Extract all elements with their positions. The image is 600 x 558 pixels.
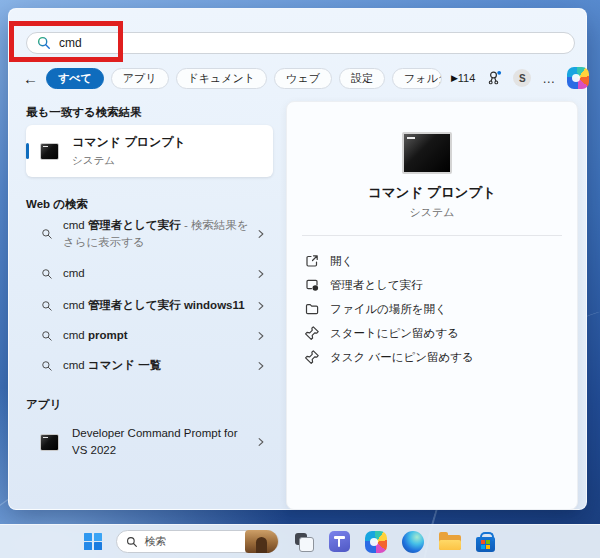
suggestion-text: cmd prompt	[63, 327, 255, 344]
suggestion-bold: 管理者として実行	[88, 219, 181, 231]
open-icon	[304, 253, 320, 269]
tabs-right-cluster: 114 S …	[458, 67, 590, 89]
user-avatar[interactable]: S	[513, 69, 531, 87]
search-highlight-image[interactable]	[245, 530, 278, 553]
start-button[interactable]	[84, 533, 102, 551]
copilot-icon[interactable]	[365, 531, 387, 553]
best-match-title: コマンド プロンプト	[72, 134, 186, 151]
taskbar-search-placeholder: 検索	[145, 534, 167, 549]
web-suggestion-row[interactable]: cmd 管理者として実行 - 検索結果をさらに表示する	[26, 211, 273, 257]
windows-logo-icon	[94, 533, 102, 541]
detail-title: コマンド プロンプト	[287, 184, 577, 202]
detail-subtitle: システム	[287, 205, 577, 220]
tabs-overflow-icon[interactable]: ▶	[451, 73, 458, 83]
best-match-text: コマンド プロンプト システム	[72, 134, 186, 168]
action-label: 管理者として実行	[330, 278, 423, 293]
search-icon	[41, 330, 53, 342]
more-options-icon[interactable]: …	[542, 71, 556, 86]
best-match-item[interactable]: コマンド プロンプト システム	[26, 125, 273, 177]
search-icon	[41, 300, 53, 312]
search-icon	[41, 268, 53, 280]
windows-logo-icon	[84, 542, 92, 550]
filter-tabs-row: ← すべて アプリ ドキュメント ウェブ 設定 フォルダー ▶ 114 S …	[23, 66, 575, 90]
tab-web[interactable]: ウェブ	[274, 68, 332, 89]
suggestion-prefix: cmd	[63, 219, 88, 231]
search-icon	[126, 536, 138, 548]
cmd-icon-large	[402, 132, 452, 174]
search-bar[interactable]	[26, 32, 575, 54]
rewards-count: 114	[458, 72, 476, 84]
chevron-right-icon	[255, 436, 267, 448]
action-label: 開く	[330, 254, 353, 269]
best-match-header: 最も一致する検索結果	[26, 105, 142, 120]
tab-all[interactable]: すべて	[46, 68, 104, 89]
suggestion-bold: 管理者として実行 windows11	[88, 299, 245, 311]
edge-icon[interactable]	[402, 531, 424, 553]
action-list: 開く 管理者として実行 ファイルの場所を開く スタートにピン留めする	[287, 249, 577, 369]
search-icon	[41, 360, 53, 372]
windows-logo-icon	[94, 542, 102, 550]
result-detail-pane: コマンド プロンプト システム 開く 管理者として実行 ファイルの場所を開	[286, 101, 578, 510]
tab-settings[interactable]: 設定	[339, 68, 385, 89]
run-as-admin-icon	[304, 277, 320, 293]
folder-icon	[304, 301, 320, 317]
search-icon	[37, 36, 51, 50]
web-search-header: Web の検索	[26, 197, 88, 212]
suggestion-prefix: cmd	[63, 329, 88, 341]
apps-header: アプリ	[26, 397, 61, 412]
tab-folders[interactable]: フォルダー	[392, 68, 442, 89]
suggestion-text: cmd	[63, 265, 255, 282]
action-label: ファイルの場所を開く	[330, 302, 447, 317]
chevron-right-icon	[255, 300, 267, 312]
app-result-row[interactable]: Developer Command Prompt for VS 2022	[26, 419, 273, 465]
suggestion-bold: コマンド 一覧	[88, 359, 161, 371]
teams-icon[interactable]	[329, 531, 350, 552]
file-explorer-icon[interactable]	[439, 532, 461, 551]
cmd-icon	[40, 143, 59, 160]
suggestion-prefix: cmd	[63, 299, 88, 311]
taskbar-search-box[interactable]: 検索	[116, 530, 279, 553]
chevron-right-icon	[255, 330, 267, 342]
copilot-icon[interactable]	[567, 67, 589, 89]
tab-documents[interactable]: ドキュメント	[176, 68, 268, 89]
back-arrow-icon[interactable]: ←	[23, 70, 38, 87]
web-suggestion-row[interactable]: cmd コマンド 一覧	[26, 353, 273, 379]
windows-logo-icon	[84, 533, 92, 541]
action-open[interactable]: 開く	[287, 249, 577, 273]
best-match-subtitle: システム	[72, 154, 186, 168]
app-result-title: Developer Command Prompt for VS 2022	[72, 425, 255, 458]
web-suggestion-row[interactable]: cmd prompt	[26, 323, 273, 349]
suggestion-text: cmd 管理者として実行 - 検索結果をさらに表示する	[63, 217, 255, 252]
web-suggestion-row[interactable]: cmd	[26, 261, 273, 287]
search-icon	[41, 228, 53, 240]
taskbar-icons	[294, 531, 495, 553]
action-label: タスク バーにピン留めする	[330, 350, 474, 365]
search-input[interactable]	[59, 36, 564, 50]
action-pin-to-start[interactable]: スタートにピン留めする	[287, 321, 577, 345]
rewards-icon[interactable]	[486, 70, 502, 86]
action-label: スタートにピン留めする	[330, 326, 459, 341]
suggestion-prefix: cmd	[63, 267, 85, 279]
taskbar: 検索	[0, 524, 600, 558]
pin-icon	[304, 325, 320, 341]
suggestion-bold: prompt	[88, 329, 128, 341]
chevron-right-icon	[255, 268, 267, 280]
tab-apps[interactable]: アプリ	[111, 68, 169, 89]
divider	[302, 235, 562, 236]
chevron-right-icon	[255, 228, 267, 240]
filter-pills: すべて アプリ ドキュメント ウェブ 設定 フォルダー	[46, 68, 442, 89]
suggestion-prefix: cmd	[63, 359, 88, 371]
search-flyout-panel: ← すべて アプリ ドキュメント ウェブ 設定 フォルダー ▶ 114 S … …	[8, 8, 587, 510]
action-run-as-admin[interactable]: 管理者として実行	[287, 273, 577, 297]
selection-accent-bar	[26, 143, 29, 159]
microsoft-store-icon[interactable]	[476, 537, 495, 552]
suggestion-text: cmd 管理者として実行 windows11	[63, 297, 255, 314]
chevron-right-icon	[255, 360, 267, 372]
task-view-icon[interactable]	[294, 532, 314, 552]
dev-cmd-icon	[40, 434, 59, 451]
suggestion-text: cmd コマンド 一覧	[63, 357, 255, 374]
pin-icon	[304, 349, 320, 365]
action-pin-to-taskbar[interactable]: タスク バーにピン留めする	[287, 345, 577, 369]
web-suggestion-row[interactable]: cmd 管理者として実行 windows11	[26, 293, 273, 319]
action-open-file-location[interactable]: ファイルの場所を開く	[287, 297, 577, 321]
